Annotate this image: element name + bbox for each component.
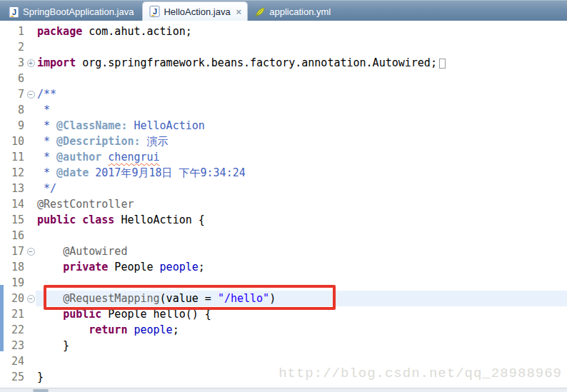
tab-application-yml[interactable]: application.yml	[249, 3, 338, 21]
code-token: *	[37, 135, 56, 148]
code-line[interactable]: 12 * @date 2017年9月18日 下午9:34:24	[0, 165, 567, 181]
fold-collapse-icon[interactable]: −	[27, 91, 35, 99]
code-token: people	[160, 261, 199, 273]
svg-text:J: J	[11, 8, 16, 16]
collapsed-region-icon	[439, 59, 446, 69]
code-line[interactable]: 23 }	[0, 338, 567, 353]
code-token	[37, 245, 63, 258]
code-line[interactable]: 17− @Autowired	[0, 243, 567, 259]
code-token: import	[37, 56, 76, 69]
line-number: 8	[0, 102, 26, 118]
tab-label: SpringBootApplication.java	[23, 3, 134, 21]
code-token: @RestController	[37, 198, 134, 211]
code-line[interactable]: 1package com.ahut.action;	[0, 24, 567, 39]
code-line[interactable]: 3+import org.springframework.beans.facto…	[0, 55, 567, 71]
code-line[interactable]: 20− @RequestMapping(value = "/hello")	[0, 291, 567, 306]
fold-gutter	[26, 71, 36, 86]
code-line[interactable]: 11 * @author chengrui	[0, 149, 567, 165]
code-token: chengrui	[108, 151, 159, 164]
code-text: return people;	[36, 322, 567, 338]
code-editor: 1package com.ahut.action;23+import org.s…	[0, 21, 567, 388]
code-line[interactable]: 15public class HelloAction {	[0, 212, 567, 228]
code-token: *	[37, 151, 56, 164]
code-line[interactable]: 6	[0, 71, 567, 86]
code-line[interactable]: 2	[0, 39, 567, 55]
code-token	[37, 292, 63, 305]
code-token: @author	[56, 151, 101, 164]
line-number: 23	[0, 338, 26, 353]
code-token: @Autowired	[63, 245, 127, 258]
fold-toggle-icon[interactable]: −	[26, 86, 36, 102]
fold-gutter	[26, 102, 36, 118]
feather-icon	[254, 6, 266, 18]
code-text: * @author chengrui	[36, 149, 567, 165]
code-line[interactable]: 14@RestController	[0, 196, 567, 212]
code-text	[36, 39, 567, 55]
code-lines: 1package com.ahut.action;23+import org.s…	[0, 24, 567, 385]
fold-gutter	[26, 165, 36, 181]
tab-label: HelloAction.java	[164, 3, 230, 21]
code-token: @Description:	[56, 135, 140, 148]
line-number: 13	[0, 181, 26, 196]
code-token: @date	[56, 166, 89, 179]
tab-helloaction-java[interactable]: J HelloAction.java ×	[143, 2, 247, 21]
code-line[interactable]: 10 * @Description: 演示	[0, 134, 567, 149]
code-token: HelloAction	[127, 119, 204, 132]
fold-toggle-icon[interactable]: +	[26, 55, 36, 71]
line-number: 22	[0, 322, 26, 338]
code-text: public class HelloAction {	[36, 212, 567, 228]
line-number: 9	[0, 118, 26, 134]
line-number: 12	[0, 165, 26, 181]
svg-text:J: J	[153, 7, 157, 16]
code-token: *	[37, 166, 56, 179]
code-token: public class	[37, 213, 114, 226]
code-token	[37, 308, 63, 321]
code-token: ;	[199, 261, 205, 273]
tab-springbootapplication-java[interactable]: J SpringBootApplication.java	[2, 3, 141, 21]
code-line[interactable]: 21 public People hello() {	[0, 306, 567, 322]
fold-toggle-icon[interactable]: −	[26, 243, 36, 259]
tab-label: application.yml	[269, 3, 331, 21]
code-token: }	[37, 339, 69, 352]
code-token: 2017年9月18日 下午9:34:24	[89, 166, 246, 179]
line-number: 17	[0, 243, 26, 259]
code-token: private	[63, 261, 108, 273]
code-text: private People people;	[36, 259, 567, 275]
code-line[interactable]: 19	[0, 275, 567, 291]
code-token: *	[37, 104, 56, 116]
code-token: @ClassName:	[56, 119, 127, 132]
code-token: @RequestMapping	[63, 292, 159, 305]
fold-collapse-icon[interactable]: −	[27, 248, 35, 256]
code-line[interactable]: 22 return people;	[0, 322, 567, 338]
tab-bar: J SpringBootApplication.java J HelloActi…	[0, 0, 567, 21]
fold-gutter	[26, 39, 36, 55]
code-token: /**	[37, 88, 56, 101]
code-line[interactable]: 7−/**	[0, 86, 567, 102]
fold-toggle-icon[interactable]: −	[26, 291, 36, 306]
code-line[interactable]: 8 *	[0, 102, 567, 118]
code-text	[36, 71, 567, 86]
code-line[interactable]: 9 * @ClassName: HelloAction	[0, 118, 567, 134]
fold-gutter	[26, 24, 36, 39]
code-token: )	[269, 292, 276, 305]
line-number: 6	[0, 71, 26, 86]
code-line[interactable]: 18 private People people;	[0, 259, 567, 275]
java-file-icon: J	[149, 6, 160, 17]
code-text: *	[36, 102, 567, 118]
code-text: }	[36, 338, 567, 353]
code-line[interactable]: 16	[0, 228, 567, 243]
fold-expand-icon[interactable]: +	[27, 59, 35, 67]
fold-collapse-icon[interactable]: −	[27, 295, 35, 303]
fold-gutter	[26, 369, 36, 385]
scrollbar-thumb[interactable]	[33, 389, 49, 392]
code-line[interactable]: 13 */	[0, 181, 567, 196]
fold-gutter	[26, 228, 36, 243]
fold-gutter	[26, 149, 36, 165]
horizontal-scrollbar[interactable]	[0, 388, 567, 392]
line-number: 10	[0, 134, 26, 149]
code-text: import org.springframework.beans.factory…	[36, 55, 567, 71]
close-icon[interactable]: ×	[236, 6, 242, 17]
fold-gutter	[26, 196, 36, 212]
line-number: 16	[0, 228, 26, 243]
code-token: HelloAction {	[114, 213, 204, 226]
